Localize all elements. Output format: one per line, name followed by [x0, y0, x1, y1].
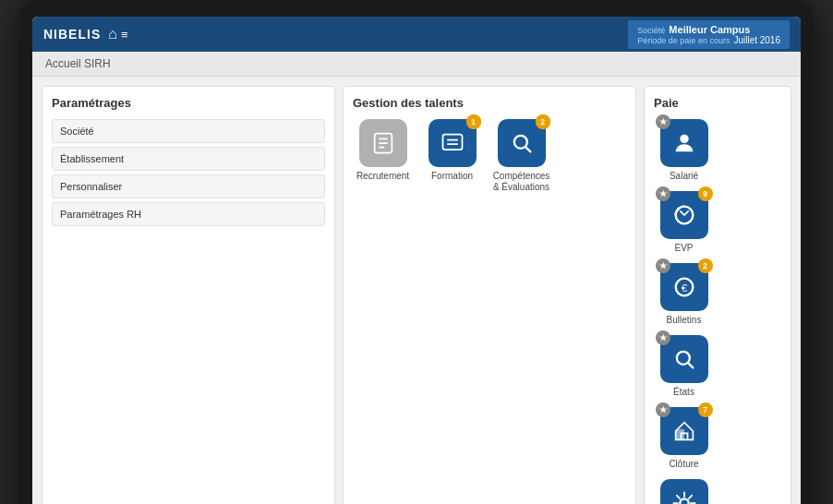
svg-point-15	[680, 498, 688, 504]
tablet-frame: NIBELIS ⌂ ≡ Société Meilleur Campus Péri…	[19, 0, 814, 504]
salarie-label: Salarié	[670, 171, 698, 182]
gestion-talents-icons: Recrutement ✓ 1 Formation	[353, 119, 626, 193]
period-label: Période de paie en cours	[637, 36, 730, 45]
etats-label: États	[673, 387, 694, 398]
paie-title: Paie	[654, 96, 781, 110]
competences-badge-num: 2	[536, 114, 550, 129]
param-parametrages-rh[interactable]: Paramétrages RH	[52, 202, 325, 226]
logo: NIBELIS	[43, 27, 101, 42]
header: NIBELIS ⌂ ≡ Société Meilleur Campus Péri…	[32, 17, 801, 52]
bulletins-item[interactable]: € ★ 2 Bulletins	[654, 263, 714, 326]
paie-row1: ★ Salarié ★ 9 EVP	[654, 119, 781, 398]
gestion-talents-title: Gestion des talents	[353, 96, 626, 110]
svg-rect-4	[442, 135, 462, 150]
bulletins-label: Bulletins	[667, 315, 702, 326]
bulletins-badge-star: ★	[656, 258, 670, 273]
param-etablissement[interactable]: Établissement	[52, 147, 325, 171]
evp-item[interactable]: ★ 9 EVP	[654, 191, 714, 254]
competences-wrapper: ✓ 2	[498, 119, 546, 167]
evp-label: EVP	[674, 243, 693, 254]
societe-name: Meilleur Campus	[669, 24, 750, 35]
salarie-badge-star: ★	[656, 114, 670, 129]
cloture-badge-star: ★	[656, 402, 670, 417]
recrutement-icon-box	[359, 119, 407, 167]
formation-item[interactable]: ✓ 1 Formation	[422, 119, 482, 182]
evp-badge-num: 9	[698, 186, 713, 201]
parametrages-title: Paramétrages	[52, 96, 325, 110]
gestion-entreprise-icon-box	[660, 479, 708, 504]
etats-wrapper: ★	[660, 335, 708, 383]
header-info: Société Meilleur Campus Période de paie …	[628, 20, 790, 49]
competences-label: Compétences & Évaluations	[491, 171, 551, 193]
home-icon[interactable]: ⌂	[108, 26, 117, 42]
breadcrumb: Accueil SIRH	[32, 52, 801, 77]
bulletins-wrapper: € ★ 2	[660, 263, 708, 311]
etats-badge-star: ★	[656, 330, 670, 345]
gestion-entreprise-item[interactable]: Gestion entreprise	[654, 479, 714, 504]
cloture-item[interactable]: ★ 7 Clôture	[654, 407, 714, 470]
recrutement-item[interactable]: Recrutement	[353, 119, 413, 182]
card-parametrages: Paramétrages Société Établissement Perso…	[42, 86, 335, 504]
menu-icon[interactable]: ≡	[121, 28, 128, 42]
cloture-label: Clôture	[669, 459, 698, 470]
evp-badge-star: ★	[656, 186, 670, 201]
salarie-item[interactable]: ★ Salarié	[654, 119, 714, 182]
card-gestion-talents: Gestion des talents Recrutement	[343, 86, 636, 504]
gestion-entreprise-wrapper	[660, 479, 708, 504]
cloture-wrapper: ★ 7	[660, 407, 708, 455]
formation-label: Formation	[431, 171, 473, 182]
recrutement-label: Recrutement	[356, 171, 409, 182]
recrutement-wrapper	[359, 119, 407, 167]
paie-row2: ★ 7 Clôture Gestion entreprise	[654, 407, 781, 504]
bulletins-badge-num: 2	[698, 258, 713, 273]
svg-point-9	[680, 135, 688, 143]
svg-line-13	[688, 363, 693, 367]
etats-item[interactable]: ★ États	[654, 335, 714, 398]
card-paie: Paie ★ Salarié	[644, 86, 791, 504]
formation-badge-num: 1	[466, 114, 481, 129]
svg-text:€: €	[681, 282, 687, 294]
formation-wrapper: ✓ 1	[429, 119, 477, 167]
cloture-badge-num: 7	[698, 402, 713, 417]
competences-item[interactable]: ✓ 2 Compétences & Évaluations	[491, 119, 551, 193]
param-societe[interactable]: Société	[52, 119, 325, 143]
param-personnaliser[interactable]: Personnaliser	[52, 174, 325, 198]
screen: NIBELIS ⌂ ≡ Société Meilleur Campus Péri…	[32, 17, 801, 504]
evp-wrapper: ★ 9	[660, 191, 708, 239]
period-date: Juillet 2016	[733, 35, 780, 45]
param-list: Société Établissement Personnaliser Para…	[52, 119, 325, 226]
svg-line-8	[525, 147, 530, 151]
salarie-wrapper: ★	[660, 119, 708, 167]
main-content: Gestion des talents Recrutement	[32, 77, 801, 504]
societe-label: Société	[637, 26, 665, 35]
